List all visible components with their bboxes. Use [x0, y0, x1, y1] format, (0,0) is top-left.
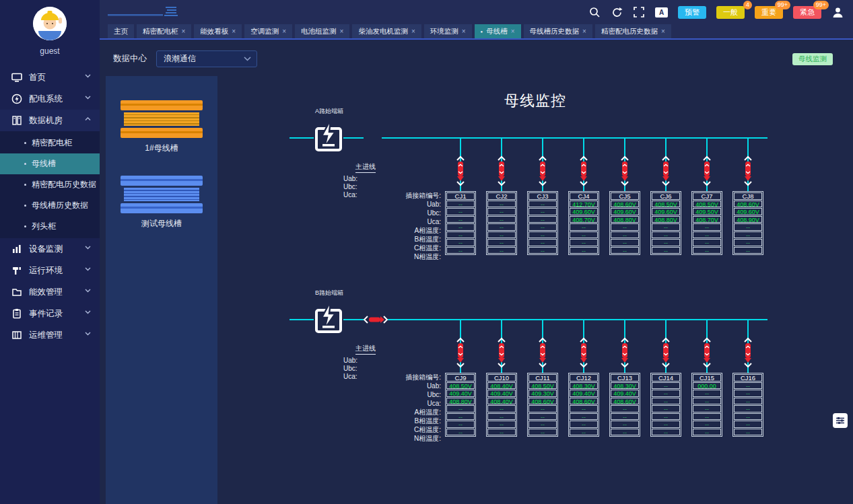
sidebar-subitem[interactable]: 精密配电历史数据 — [0, 174, 100, 195]
cj-table[interactable]: CJ11 408.50V 409.30V 408.60V -- -- -- -- — [527, 373, 558, 437]
tab[interactable]: 能效看板 × — [194, 24, 242, 38]
settings-button[interactable] — [833, 413, 848, 428]
sidebar-subitem[interactable]: 列头柜 — [0, 216, 100, 237]
cj-table[interactable]: CJ13 408.30V 409.40V 408.60V -- -- -- -- — [609, 373, 640, 437]
refresh-icon[interactable] — [611, 6, 623, 18]
feeder-box-icon — [312, 119, 345, 154]
bus-line — [343, 319, 364, 320]
cj-uab: -- — [487, 201, 516, 208]
tab[interactable]: ● 母线槽 × — [475, 24, 521, 38]
cj-temp-n: -- — [446, 429, 475, 436]
busway-item[interactable]: 1#母线槽 — [106, 100, 217, 154]
alarm-button[interactable]: 一般 4 — [716, 6, 745, 19]
sidebar-subitem[interactable]: 母线槽 — [0, 153, 100, 174]
cj-ubc: 409.40V — [446, 390, 475, 397]
alarm-button[interactable]: 预警 — [678, 6, 706, 19]
tab[interactable]: 主页 — [108, 24, 134, 38]
sidebar: guest 首页 配电系统 数据机房 精密配电柜 — [0, 0, 100, 504]
drop-line — [583, 320, 584, 373]
cj-id: CJ1 — [446, 192, 475, 200]
tab-close-icon[interactable]: × — [411, 28, 415, 35]
drop-line — [460, 320, 461, 373]
tab[interactable]: 环境监测 × — [424, 24, 472, 38]
cj-ubc: -- — [693, 390, 721, 397]
tab[interactable]: 精密配电历史数据 × — [595, 24, 671, 38]
tab[interactable]: 空调监测 × — [244, 24, 292, 38]
drop-line — [501, 138, 502, 191]
cj-table[interactable]: CJ15 000.00 -- -- -- -- -- -- — [691, 373, 722, 437]
sidebar-item-ops[interactable]: 运维管理 — [0, 324, 100, 346]
cj-ubc: 409.60V — [652, 208, 680, 215]
datacenter-label: 数据中心 — [113, 53, 147, 65]
cj-ubc: -- — [734, 390, 762, 397]
drop-line — [501, 320, 502, 373]
tab-close-icon[interactable]: × — [462, 28, 466, 35]
cj-table[interactable]: CJ16 -- -- -- -- -- -- -- — [732, 373, 763, 437]
plug-connector-icon — [455, 337, 466, 368]
sidebar-item-events[interactable]: 事件记录 — [0, 303, 100, 324]
sidebar-subitem[interactable]: 精密配电柜 — [0, 133, 100, 153]
cj-temp-b: -- — [487, 413, 516, 421]
busway-icon — [121, 100, 203, 138]
tab-close-icon[interactable]: × — [182, 28, 186, 35]
font-size-icon[interactable]: A — [655, 7, 668, 17]
busway-item[interactable]: 测试母线槽 — [106, 176, 217, 229]
cj-temp-n: -- — [611, 429, 639, 436]
tab[interactable]: 精密配电柜 × — [137, 24, 191, 38]
tab-close-icon[interactable]: × — [511, 28, 515, 35]
sidebar-subitem[interactable]: 母线槽历史数据 — [0, 195, 100, 216]
main-area: A 预警 一般 4 重要 99+ 紧急 99+ — [100, 0, 853, 504]
tab-close-icon[interactable]: × — [232, 28, 236, 35]
search-icon[interactable] — [588, 6, 601, 18]
cj-temp-n: -- — [734, 429, 762, 436]
cj-table[interactable]: CJ9 408.50V 409.40V 408.80V -- -- -- -- — [445, 373, 476, 437]
cj-temp-a: -- — [487, 405, 516, 412]
cj-temp-n: -- — [693, 429, 721, 436]
cj-temp-n: -- — [570, 429, 598, 436]
cj-column: CJ13 408.30V 409.40V 408.60V -- -- -- -- — [609, 320, 640, 437]
chevron-down-icon — [85, 332, 91, 336]
chevron-up-icon — [85, 117, 91, 121]
sidebar-item-power-system[interactable]: 配电系统 — [0, 88, 100, 110]
cj-uca: 408.60V — [611, 398, 639, 405]
cj-uab: 408.30V — [611, 382, 639, 390]
plug-connector-icon — [537, 337, 548, 368]
alarm-button[interactable]: 紧急 99+ — [793, 6, 821, 19]
cj-temp-c: -- — [734, 421, 762, 428]
sidebar-item-data-room[interactable]: 数据机房 — [0, 110, 100, 131]
server-icon — [11, 115, 22, 126]
cj-temp-c: -- — [487, 421, 516, 428]
cj-id: CJ4 — [570, 192, 598, 200]
cj-uab: -- — [446, 201, 475, 208]
drop-line — [706, 138, 708, 191]
drop-line — [583, 138, 584, 191]
sidebar-item-environment[interactable]: 运行环境 — [0, 260, 100, 281]
cj-temp-n: -- — [487, 429, 516, 436]
cj-temp-a: -- — [693, 405, 721, 412]
monitor-icon — [11, 72, 22, 83]
tabbar: 主页 精密配电柜 × 能效看板 × 空调监测 × — [100, 24, 853, 40]
tab[interactable]: 母线槽历史数据 × — [524, 24, 592, 38]
sidebar-item-energy[interactable]: 能效管理 — [0, 281, 100, 303]
cj-table[interactable]: CJ12 408.30V 409.40V 408.60V -- -- -- -- — [568, 373, 599, 437]
tab-close-icon[interactable]: × — [582, 28, 586, 35]
chevron-down-icon — [85, 96, 91, 100]
cj-temp-b: -- — [528, 413, 557, 421]
cj-temp-n: -- — [528, 429, 557, 436]
cj-id: CJ6 — [652, 192, 680, 200]
tab-close-icon[interactable]: × — [661, 28, 665, 35]
cj-column: CJ15 000.00 -- -- -- -- -- -- — [691, 320, 722, 437]
tab[interactable]: 柴油发电机监测 × — [352, 24, 421, 38]
tab-close-icon[interactable]: × — [282, 28, 286, 35]
fullscreen-icon[interactable] — [633, 6, 645, 18]
avatar[interactable] — [33, 7, 67, 40]
sidebar-item-device-monitor[interactable]: 设备监测 — [0, 238, 100, 260]
sidebar-item-home[interactable]: 首页 — [0, 67, 100, 88]
alarm-button[interactable]: 重要 99+ — [755, 6, 783, 19]
user-icon[interactable] — [831, 6, 844, 18]
cj-table[interactable]: CJ14 -- -- -- -- -- -- -- — [650, 373, 681, 437]
busway-icon — [121, 176, 203, 213]
tab-close-icon[interactable]: × — [340, 28, 344, 35]
tab[interactable]: 电池组监测 × — [295, 24, 349, 38]
cj-table[interactable]: CJ10 408.40V 409.40V 408.40V -- -- -- -- — [486, 373, 517, 437]
